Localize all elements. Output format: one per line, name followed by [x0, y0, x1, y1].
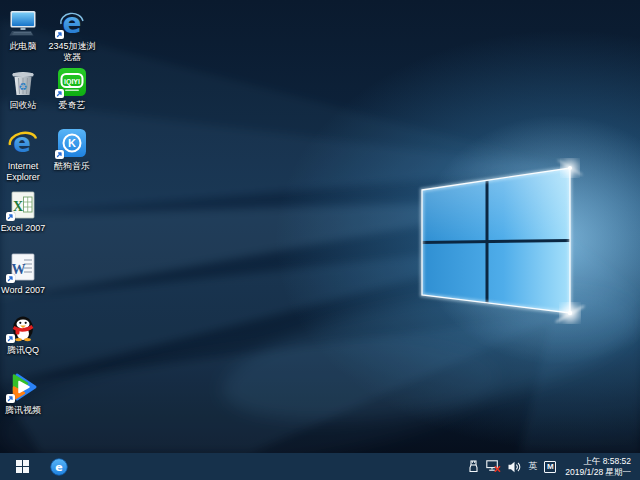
desktop-icon-label: 回收站: [10, 100, 37, 111]
taskbar-empty-area[interactable]: [74, 453, 468, 480]
desktop-icon-tencent-qq[interactable]: 腾讯QQ: [0, 312, 55, 356]
desktop-icon-label: 此电脑: [10, 41, 37, 52]
desktop-icon-iqiyi[interactable]: iQIYI 爱奇艺: [40, 67, 104, 111]
internet-explorer-icon: e: [8, 128, 38, 158]
word-icon: W: [8, 252, 38, 282]
start-button[interactable]: [0, 453, 44, 480]
system-tray: 英 M 上午 8:58:52 2019/1/28 星期一: [468, 453, 640, 480]
desktop-icon-label: 腾讯视频: [5, 405, 41, 416]
qq-penguin-icon: [8, 312, 38, 342]
taskbar-clock[interactable]: 上午 8:58:52 2019/1/28 星期一: [563, 456, 635, 477]
desktop-icon-label: Excel 2007: [1, 223, 46, 234]
desktop-icon-kugou-music[interactable]: K 酷狗音乐: [40, 128, 104, 172]
browser-e-icon: e: [50, 458, 68, 476]
desktop-icon-label: 2345加速浏览器: [46, 41, 98, 62]
recycle-bin-icon: ♻: [8, 67, 38, 97]
desktop-icon-2345-browser[interactable]: e 2345加速浏览器: [40, 8, 104, 62]
clock-date: 2019/1/28 星期一: [565, 467, 631, 478]
volume-icon[interactable]: [508, 453, 521, 480]
desktop-icon-label: 酷狗音乐: [54, 161, 90, 172]
clock-time: 上午 8:58:52: [565, 456, 631, 467]
shortcut-arrow-icon: [6, 274, 15, 283]
language-indicator[interactable]: 英: [528, 453, 537, 480]
svg-text:iQIYI: iQIYI: [64, 78, 80, 86]
desktop-surface[interactable]: 此电脑 e 2345加速浏览器 ♻ 回收站: [0, 0, 640, 453]
desktop-icon-label: 爱奇艺: [59, 100, 86, 111]
shortcut-arrow-icon: [6, 334, 15, 343]
shortcut-arrow-icon: [55, 89, 64, 98]
svg-text:e: e: [63, 8, 82, 38]
shortcut-arrow-icon: [55, 150, 64, 159]
desktop-icon-excel-2007[interactable]: X Excel 2007: [0, 190, 55, 234]
taskbar: e: [0, 453, 640, 480]
windows-start-icon: [16, 460, 29, 473]
2345-browser-icon: e: [57, 8, 87, 38]
taskbar-2345-browser-button[interactable]: e: [44, 453, 74, 480]
ime-m-icon: M: [544, 461, 556, 473]
shortcut-arrow-icon: [55, 30, 64, 39]
shortcut-arrow-icon: [6, 212, 15, 221]
iqiyi-icon: iQIYI: [57, 67, 87, 97]
desktop-icon-label: Word 2007: [1, 285, 45, 296]
svg-text:e: e: [55, 461, 62, 474]
this-pc-icon: [8, 8, 38, 38]
svg-text:K: K: [68, 137, 76, 149]
desktop-icon-label: 腾讯QQ: [7, 345, 39, 356]
tencent-video-icon: [8, 372, 38, 402]
desktop-icon-tencent-video[interactable]: 腾讯视频: [0, 372, 55, 416]
excel-icon: X: [8, 190, 38, 220]
svg-text:♻: ♻: [19, 81, 28, 92]
usb-safely-remove-icon[interactable]: [468, 453, 479, 480]
kugou-music-icon: K: [57, 128, 87, 158]
network-disconnected-icon[interactable]: [486, 453, 501, 480]
shortcut-arrow-icon: [6, 394, 15, 403]
desktop-icon-word-2007[interactable]: W Word 2007: [0, 252, 55, 296]
ime-mode-indicator[interactable]: M: [544, 453, 556, 480]
